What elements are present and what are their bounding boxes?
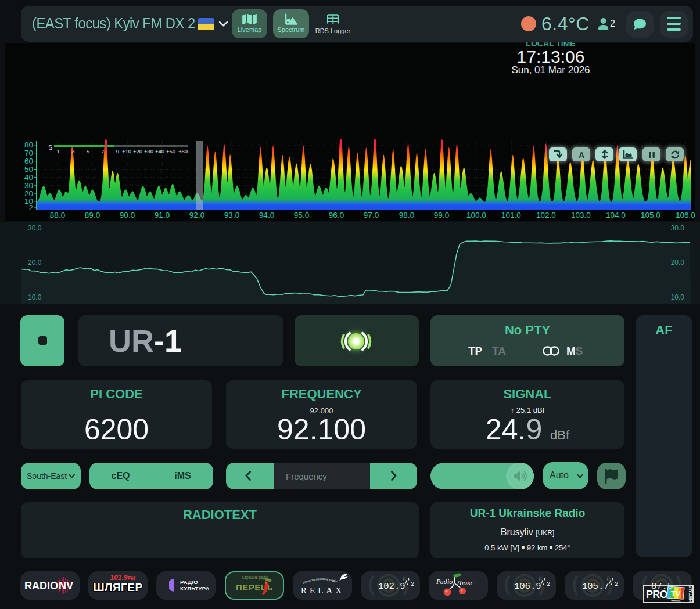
svg-text:20.0: 20.0 (28, 258, 42, 266)
svg-text:Радіо: Радіо (436, 578, 453, 586)
svg-text:2: 2 (547, 581, 550, 588)
svg-text:RADIO: RADIO (24, 580, 58, 592)
svg-text:NV: NV (59, 580, 73, 592)
svg-text:2: 2 (411, 581, 414, 588)
svg-text:RELAX: RELAX (301, 586, 344, 595)
svg-text:30.0: 30.0 (671, 224, 685, 232)
svg-text:102.9: 102.9 (378, 581, 405, 592)
svg-text:легке та спокійне радіо: легке та спокійне радіо (302, 577, 338, 585)
svg-text:105.7: 105.7 (582, 581, 609, 592)
svg-text:106.9: 106.9 (514, 581, 541, 592)
svg-text:2: 2 (615, 581, 618, 588)
svg-text:30.0: 30.0 (28, 224, 42, 232)
svg-text:10.0: 10.0 (28, 293, 42, 301)
svg-text:20.0: 20.0 (671, 258, 685, 266)
svg-text:Люкс: Люкс (456, 578, 474, 587)
svg-text:10.0: 10.0 (671, 293, 685, 301)
